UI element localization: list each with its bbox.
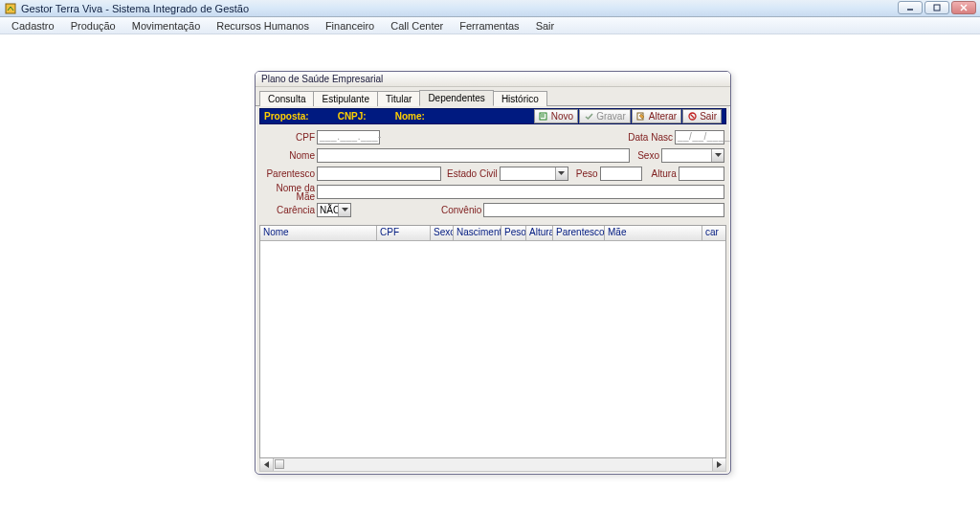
scroll-left-button[interactable] (260, 458, 274, 471)
cpf-label: CPF (261, 132, 315, 143)
tab-titular[interactable]: Titular (377, 91, 420, 106)
tab-estipulante[interactable]: Estipulante (313, 91, 377, 106)
col-sexo[interactable]: Sexo (431, 226, 454, 240)
nome-bar-label: Nome: (395, 111, 425, 122)
panel-title: Plano de Saúde Empresarial (256, 72, 730, 87)
parentesco-label: Parentesco (261, 168, 315, 179)
col-nascimento[interactable]: Nascimento (454, 226, 501, 240)
menubar: Cadastro Produção Movimentação Recursos … (0, 17, 980, 34)
alterar-label: Alterar (649, 111, 677, 122)
app-icon (4, 2, 17, 15)
peso-label: Peso (576, 168, 598, 179)
svg-rect-2 (934, 5, 940, 11)
maximize-button[interactable] (924, 1, 949, 14)
peso-input[interactable] (600, 167, 642, 181)
estado-civil-label: Estado Civil (447, 168, 498, 179)
tab-consulta[interactable]: Consulta (259, 91, 314, 106)
col-altura[interactable]: Altura (526, 226, 553, 240)
sexo-select[interactable] (661, 148, 724, 163)
grid-header: Nome CPF Sexo Nascimento Peso Altura Par… (260, 226, 725, 241)
cnpj-label: CNPJ: (338, 111, 367, 122)
minimize-button[interactable] (898, 1, 923, 14)
horizontal-scrollbar[interactable] (259, 458, 726, 472)
chevron-down-icon (338, 204, 350, 216)
convenio-label: Convênio (441, 205, 481, 215)
data-nasc-label: Data Nasc (628, 132, 673, 143)
menu-call-center[interactable]: Call Center (383, 19, 451, 33)
altura-label: Altura (652, 168, 677, 179)
menu-sair[interactable]: Sair (528, 19, 563, 33)
col-parentesco[interactable]: Parentesco (553, 226, 605, 240)
novo-button[interactable]: Novo (534, 109, 578, 123)
grid-body (260, 241, 725, 457)
window-titlebar: Gestor Terra Viva - Sistema Integrado de… (0, 0, 980, 17)
carencia-label: Carência (261, 205, 315, 215)
nome-input[interactable] (317, 148, 630, 163)
altura-input[interactable] (679, 167, 724, 181)
col-peso[interactable]: Peso (501, 226, 526, 240)
close-button[interactable] (951, 1, 976, 14)
alterar-button[interactable]: Alterar (632, 109, 681, 123)
tab-historico[interactable]: Histórico (493, 91, 547, 106)
menu-movimentacao[interactable]: Movimentação (124, 19, 209, 33)
check-icon (584, 112, 593, 122)
chevron-down-icon (555, 167, 568, 180)
col-nome[interactable]: Nome (260, 226, 377, 240)
exit-icon (687, 112, 697, 122)
sair-button[interactable]: Sair (682, 109, 722, 123)
menu-financeiro[interactable]: Financeiro (318, 19, 382, 33)
data-nasc-input[interactable]: __/__/____ (675, 130, 724, 145)
form-area: CPF ___.___.___-__ Data Nasc __/__/____ … (256, 126, 730, 221)
scroll-thumb[interactable] (275, 459, 284, 469)
nome-mae-input[interactable] (317, 185, 724, 199)
svg-line-10 (690, 115, 694, 119)
col-cpf[interactable]: CPF (377, 226, 431, 240)
tab-dependentes[interactable]: Dependentes (419, 90, 494, 106)
info-bar: Proposta: CNPJ: Nome: Novo Gravar Altera… (259, 108, 726, 124)
tab-row: Consulta Estipulante Titular Dependentes… (256, 87, 730, 106)
edit-icon (636, 112, 646, 122)
window-title: Gestor Terra Viva - Sistema Integrado de… (21, 3, 249, 14)
sexo-label: Sexo (637, 150, 659, 161)
menu-cadastro[interactable]: Cadastro (4, 19, 62, 33)
nome-label: Nome (261, 150, 315, 161)
new-icon (539, 112, 548, 122)
estado-civil-select[interactable] (500, 167, 568, 181)
col-car[interactable]: car (702, 226, 725, 240)
panel-plano-saude: Plano de Saúde Empresarial Consulta Esti… (255, 71, 731, 475)
novo-label: Novo (551, 111, 573, 122)
parentesco-input[interactable] (317, 167, 441, 181)
menu-producao[interactable]: Produção (63, 19, 123, 33)
menu-ferramentas[interactable]: Ferramentas (452, 19, 526, 33)
nome-mae-label: Nome da Mãe (261, 184, 315, 201)
gravar-label: Gravar (596, 111, 626, 122)
scroll-right-button[interactable] (712, 458, 725, 471)
proposta-label: Proposta: (264, 111, 309, 122)
gravar-button[interactable]: Gravar (579, 109, 631, 123)
carencia-select[interactable]: NÃO (317, 203, 351, 217)
cpf-input[interactable]: ___.___.___-__ (317, 130, 380, 145)
menu-recursos-humanos[interactable]: Recursos Humanos (209, 19, 317, 33)
sair-label: Sair (700, 111, 717, 122)
chevron-down-icon (711, 149, 724, 162)
dependentes-grid[interactable]: Nome CPF Sexo Nascimento Peso Altura Par… (259, 225, 726, 458)
convenio-input[interactable] (483, 203, 724, 217)
col-mae[interactable]: Mãe (605, 226, 702, 240)
svg-rect-0 (6, 4, 15, 13)
